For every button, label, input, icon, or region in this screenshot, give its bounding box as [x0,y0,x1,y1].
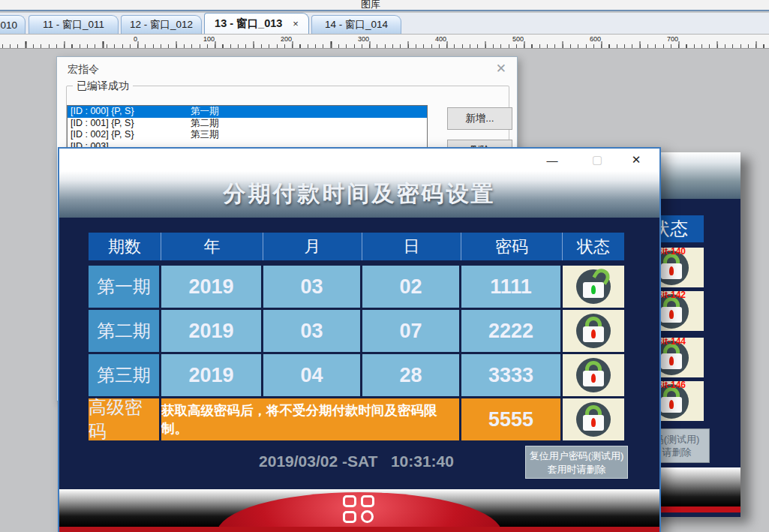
day-field[interactable]: 28 [362,354,459,396]
page-title: 分期付款时间及密码设置 [59,179,659,209]
app-root: 图库 010 11 - 窗口_011 12 - 窗口_012 13 - 窗口_0… [0,0,769,532]
status-cell[interactable] [563,398,624,440]
advanced-password-label: 高级密码 [89,398,159,440]
tab-window-010[interactable]: 010 [0,15,26,34]
day-field[interactable]: 02 [362,266,459,308]
tab-window-011[interactable]: 11 - 窗口_011 [29,15,119,34]
installment-settings-window: — ▢ ✕ 分期付款时间及密码设置 期数 年 月 日 密码 状态 第一期 201… [58,147,661,532]
lock-closed-icon [576,402,611,437]
table-row-period-1: 第一期 2019 03 02 1111 [89,266,624,308]
window-title-bar: — ▢ ✕ [59,149,659,171]
dialog-title: 宏指令 [68,63,99,77]
year-field[interactable]: 2019 [161,354,261,396]
reset-password-button[interactable]: 复位用户密码(测试用) 套用时请删除 [525,446,628,479]
password-field[interactable]: 1111 [461,266,560,308]
year-field[interactable]: 2019 [161,266,261,308]
maximize-button[interactable]: ▢ [580,149,614,171]
status-cell[interactable] [563,266,624,308]
tab-window-013-active[interactable]: 13 - 窗口_013 × [204,13,309,34]
installment-table: 期数 年 月 日 密码 状态 第一期 2019 03 02 1111 第二期 2… [89,233,624,440]
advanced-password-description: 获取高级密码后，将不受分期付款时间及密码限制。 [161,398,459,440]
status-cell[interactable] [563,354,624,396]
table-row-period-2: 第二期 2019 03 07 2222 [89,310,624,352]
password-field[interactable]: 3333 [461,354,560,396]
menu-bar: 图库 [0,0,769,11]
dialog-close-icon[interactable]: ✕ [496,61,506,77]
add-macro-button[interactable]: 新增... [447,107,512,130]
compile-status-label: 已编译成功 [73,80,133,93]
lock-closed-icon [576,314,611,348]
brand-logo-icon [343,495,377,525]
minimize-button[interactable]: — [535,149,569,171]
macro-list-item[interactable]: [ID : 000] {P, S} 第一期 [68,106,427,118]
horizontal-ruler: 0 100 200 300 400 500 600 700 [0,34,769,49]
month-field[interactable]: 04 [263,354,360,396]
tab-window-012[interactable]: 12 - 窗口_012 [121,15,202,34]
year-field[interactable]: 2019 [161,310,261,352]
status-cell[interactable] [563,310,624,352]
table-row-period-3: 第三期 2019 04 28 3333 [89,354,624,396]
table-header-row: 期数 年 月 日 密码 状态 [89,233,624,260]
menu-item-gallery[interactable]: 图库 [361,0,380,11]
lock-closed-icon [576,358,611,392]
tab-window-014[interactable]: 14 - 窗口_014 [311,15,401,34]
advanced-password-field[interactable]: 5555 [461,398,560,440]
window-tab-bar: 010 11 - 窗口_011 12 - 窗口_012 13 - 窗口_013 … [0,13,769,34]
period-label: 第二期 [89,310,159,352]
period-label: 第一期 [89,266,159,308]
table-row-advanced-password: 高级密码 获取高级密码后，将不受分期付款时间及密码限制。 5555 [89,398,624,440]
tab-close-icon[interactable]: × [293,18,299,29]
window-bottom-band [59,486,659,532]
macro-list-item[interactable]: [ID : 002] {P, S} 第三期 [68,129,427,141]
password-field[interactable]: 2222 [461,310,560,352]
close-button[interactable]: ✕ [619,149,653,171]
lock-open-icon [576,269,611,304]
month-field[interactable]: 03 [263,310,360,352]
month-field[interactable]: 03 [263,266,360,308]
macro-list-item[interactable]: [ID : 001] {P, S} 第二期 [68,118,427,130]
period-label: 第三期 [89,354,159,396]
day-field[interactable]: 07 [362,310,459,352]
